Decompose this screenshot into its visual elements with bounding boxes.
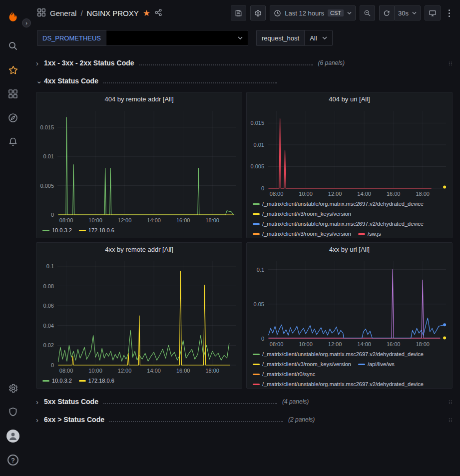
main-area: General / NGINX PROXY ★ <box>26 0 460 476</box>
svg-text:18:00: 18:00 <box>416 191 430 197</box>
row-title: 1xx - 3xx - 2xx Status Code <box>44 59 134 67</box>
variable-value-select[interactable] <box>106 30 248 46</box>
legend-series-label: /_matrix/client/unstable/org.matrix.msc2… <box>262 219 424 228</box>
legend-series-marker <box>253 364 260 365</box>
row-panel-count: (2 panels) <box>288 416 315 423</box>
zoom-out-time-button[interactable] <box>360 5 375 20</box>
sidebar-item-alerting[interactable] <box>3 132 23 152</box>
svg-text:0: 0 <box>261 185 264 191</box>
dashboard-body: › 1xx - 3xx - 2xx Status Code (6 panels)… <box>26 51 460 476</box>
sidebar-bottom: ? <box>3 376 23 472</box>
svg-text:16:00: 16:00 <box>387 341 401 347</box>
svg-text:08:00: 08:00 <box>59 368 73 374</box>
variable-value-select[interactable]: All <box>304 30 332 46</box>
clock-icon <box>274 9 281 17</box>
svg-text:12:00: 12:00 <box>118 217 132 223</box>
timeseries-chart[interactable]: 00.050.108:0010:0012:0014:0016:0018:00 <box>247 256 452 349</box>
panel-title[interactable]: 4xx by uri [All] <box>247 243 452 256</box>
svg-text:0: 0 <box>261 336 264 342</box>
search-icon <box>8 41 18 51</box>
apps-icon <box>8 89 18 99</box>
tv-mode-button[interactable] <box>425 5 441 20</box>
refresh-button[interactable] <box>379 5 394 20</box>
dashboard-settings-button[interactable] <box>250 5 266 20</box>
row-header-6xx[interactable]: › 6xx > Status Code (2 panels) ⁝⁝ <box>36 413 453 427</box>
svg-text:12:00: 12:00 <box>328 191 342 197</box>
legend-series-label: 10.0.3.2 <box>52 226 72 235</box>
sidebar-item-help[interactable]: ? <box>3 450 23 470</box>
svg-text:18:00: 18:00 <box>416 341 430 347</box>
share-icon[interactable] <box>154 8 162 18</box>
chart-legend: /_matrix/client/unstable/org.matrix.msc2… <box>247 198 452 238</box>
legend-item[interactable]: 10.0.3.2 <box>42 376 72 385</box>
refresh-interval-dropdown[interactable]: 30s <box>394 5 421 20</box>
svg-text:08:00: 08:00 <box>270 341 284 347</box>
legend-item[interactable]: /_matrix/client/v3/room_keys/version <box>253 229 351 238</box>
legend-item[interactable]: /_matrix/client/unstable/org.matrix.msc2… <box>253 380 424 389</box>
legend-item[interactable]: /_matrix/client/v3/room_keys/version <box>253 209 351 218</box>
row-dots <box>103 399 277 404</box>
row-header-4xx[interactable]: ⌄ 4xx Status Code <box>36 74 453 88</box>
legend-series-marker <box>358 364 365 365</box>
timeseries-chart[interactable]: 00.0050.010.01508:0010:0012:0014:0016:00… <box>36 106 242 225</box>
panel-title[interactable]: 4xx by remote addr [All] <box>36 243 242 256</box>
legend-series-label: 172.18.0.6 <box>88 376 114 385</box>
legend-item[interactable]: /_matrix/client/v3/room_keys/version <box>253 360 351 369</box>
star-dashboard-icon[interactable]: ★ <box>143 9 150 17</box>
sidebar-item-configuration[interactable] <box>3 378 23 398</box>
svg-text:10:00: 10:00 <box>299 341 313 347</box>
row-header-1xx-3xx-2xx[interactable]: › 1xx - 3xx - 2xx Status Code (6 panels)… <box>36 56 453 70</box>
topbar-actions: Last 12 hours CST 30s <box>231 5 454 20</box>
row-dots <box>103 78 277 83</box>
legend-item[interactable]: /_matrix/client/unstable/org.matrix.msc2… <box>253 350 424 359</box>
sidebar-item-explore[interactable] <box>3 108 23 128</box>
row-drag-handle[interactable]: ⁝⁝ <box>449 61 453 65</box>
panel-title[interactable]: 404 by uri [All] <box>247 92 452 106</box>
row-collapse-chevron[interactable]: › <box>36 59 44 67</box>
row-collapse-chevron[interactable]: › <box>36 398 44 406</box>
svg-text:10:00: 10:00 <box>88 368 102 374</box>
sidebar: ? <box>0 0 26 476</box>
legend-item[interactable]: 10.0.3.2 <box>42 226 72 235</box>
time-range-picker[interactable]: Last 12 hours CST <box>270 5 356 20</box>
variable-ds-prometheus: DS_PROMETHEUS <box>37 30 248 46</box>
legend-series-marker <box>79 380 86 382</box>
dashboard-title[interactable]: NGINX PROXY <box>87 9 139 17</box>
legend-item[interactable]: 172.18.0.6 <box>79 226 114 235</box>
save-dashboard-button[interactable] <box>231 5 246 20</box>
refresh-button-group: 30s <box>379 5 421 20</box>
row-drag-handle[interactable]: ⁝⁝ <box>449 400 453 404</box>
row-collapse-chevron[interactable]: ⌄ <box>36 76 44 85</box>
panel-title[interactable]: 404 by remote addr [All] <box>36 92 242 106</box>
row-title: 4xx Status Code <box>44 77 98 85</box>
legend-item[interactable]: /_matrix/client/unstable/org.matrix.msc2… <box>253 219 424 228</box>
legend-item[interactable]: /sw.js <box>358 229 381 238</box>
sidebar-item-search[interactable] <box>3 36 23 56</box>
kebab-menu[interactable] <box>445 6 454 20</box>
chart-svg: 00.0050.010.01508:0010:0012:0014:0016:00… <box>36 106 242 225</box>
sidebar-item-dashboards[interactable] <box>3 84 23 104</box>
legend-series-marker <box>79 230 86 231</box>
chevron-down-icon <box>412 11 417 14</box>
timeseries-chart[interactable]: 00.020.040.060.080.108:0010:0012:0014:00… <box>36 256 242 375</box>
legend-item[interactable]: /api/live/ws <box>358 360 395 369</box>
legend-series-label: /_matrix/client/v3/room_keys/version <box>262 229 351 238</box>
row-header-5xx[interactable]: › 5xx Status Code (4 panels) ⁝⁝ <box>36 395 453 409</box>
star-icon <box>8 65 18 75</box>
refresh-interval-label: 30s <box>398 9 409 17</box>
grafana-logo[interactable] <box>3 7 23 27</box>
row-dots <box>139 60 313 65</box>
sidebar-item-profile[interactable] <box>3 426 23 446</box>
legend-item[interactable]: /_matrix/client/r0/sync <box>253 370 315 379</box>
breadcrumb-folder[interactable]: General <box>50 9 76 17</box>
sidebar-item-server-admin[interactable] <box>3 402 23 422</box>
svg-text:14:00: 14:00 <box>357 191 371 197</box>
sidebar-item-starred[interactable] <box>3 60 23 80</box>
timeseries-chart[interactable]: 00.0050.010.01508:0010:0012:0014:0016:00… <box>247 106 452 198</box>
row-drag-handle[interactable]: ⁝⁝ <box>449 418 453 422</box>
sidebar-expand-button[interactable]: › <box>22 18 31 27</box>
legend-item[interactable]: 172.18.0.6 <box>79 376 114 385</box>
svg-text:0.015: 0.015 <box>40 124 54 130</box>
row-collapse-chevron[interactable]: › <box>36 416 44 424</box>
legend-item[interactable]: /_matrix/client/unstable/org.matrix.msc2… <box>253 199 424 208</box>
